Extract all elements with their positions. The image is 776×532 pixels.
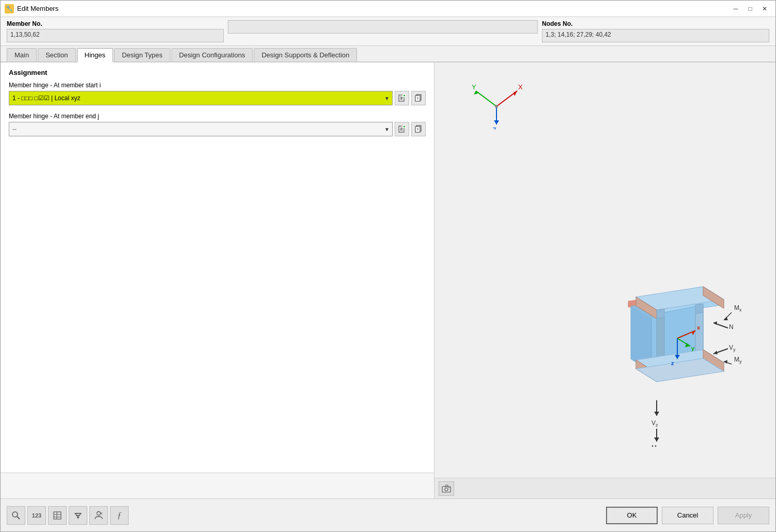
left-panel: Assignment Member hinge - At member star… (1, 62, 434, 498)
assignment-section: Assignment Member hinge - At member star… (1, 62, 434, 473)
nodes-no-input[interactable]: 1,3; 14,16; 27,29; 40,42 (542, 29, 769, 42)
assignment-title: Assignment (9, 69, 426, 76)
svg-marker-26 (514, 91, 517, 96)
person-icon (94, 511, 103, 520)
minimize-icon: ─ (734, 5, 738, 12)
svg-marker-43 (695, 304, 703, 314)
middle-group (228, 20, 538, 42)
svg-point-82 (12, 512, 18, 517)
member-no-label: Member No. (7, 20, 224, 27)
svg-text:N: N (729, 323, 734, 331)
tab-design-supports[interactable]: Design Supports & Deflection (254, 48, 357, 61)
hinge-start-group: Member hinge - At member start i 1 - □□□… (9, 82, 426, 105)
new-icon (398, 94, 406, 102)
svg-marker-76 (654, 437, 659, 442)
svg-marker-61 (713, 321, 717, 325)
window-icon: 🔧 (5, 4, 14, 13)
svg-point-79 (445, 488, 448, 491)
svg-marker-80 (445, 485, 448, 487)
maximize-icon: □ (748, 5, 752, 12)
viz-toolbar (434, 478, 775, 498)
hinge-end-copy-btn[interactable] (411, 122, 426, 136)
svg-text:Vy: Vy (729, 344, 736, 352)
close-icon: ✕ (762, 5, 767, 12)
numbers-btn[interactable]: 123 (27, 506, 46, 525)
new-icon-end (398, 125, 406, 133)
tabs-bar: Main Section Hinges Design Types Design … (1, 46, 775, 62)
member-no-group: Member No. 1,13,50,62 (7, 20, 224, 42)
function-btn[interactable]: ƒ (110, 506, 129, 525)
hinge-end-row: -- ▼ (9, 122, 426, 136)
tab-design-configs[interactable]: Design Configurations (172, 48, 253, 61)
apply-button[interactable]: Apply (718, 507, 769, 524)
filter-btn[interactable] (69, 506, 87, 525)
camera-icon (442, 484, 451, 493)
tab-section[interactable]: Section (38, 48, 75, 61)
header-fields: Member No. 1,13,50,62 Nodes No. 1,3; 14,… (1, 17, 775, 46)
function-icon: ƒ (117, 511, 121, 520)
numbers-icon: 123 (32, 512, 41, 519)
svg-text:Z: Z (492, 126, 496, 130)
hinge-start-row: 1 - □□□ □☑☑ | Local xyz ▼ (9, 91, 426, 105)
hinge-start-label: Member hinge - At member start i (9, 82, 426, 89)
table-btn[interactable] (48, 506, 67, 525)
tab-main[interactable]: Main (7, 48, 37, 61)
viz-camera-btn[interactable] (439, 481, 454, 496)
filter-icon (73, 511, 83, 520)
svg-line-83 (17, 517, 20, 519)
person-btn[interactable] (89, 506, 108, 525)
search-btn[interactable] (7, 506, 25, 525)
hinge-start-select[interactable]: 1 - □□□ □☑☑ | Local xyz (9, 91, 393, 105)
svg-marker-71 (724, 360, 727, 364)
svg-marker-67 (713, 351, 718, 354)
search-icon (11, 511, 21, 520)
svg-point-81 (448, 487, 449, 488)
copy-icon-end (414, 125, 423, 133)
hinge-end-new-btn[interactable] (395, 122, 409, 136)
svg-point-31 (495, 105, 498, 108)
svg-rect-84 (54, 512, 61, 519)
window-title: Edit Members (17, 5, 729, 12)
svg-text:Y: Y (472, 83, 476, 91)
title-bar-controls: ─ □ ✕ (729, 3, 771, 14)
svg-marker-29 (494, 120, 499, 124)
tab-design-types[interactable]: Design Types (114, 48, 170, 61)
hinge-end-label: Member hinge - At member end j (9, 113, 426, 120)
hinge-end-dropdown-wrapper: -- ▼ (9, 122, 393, 136)
visualization: Y X Z (434, 62, 775, 478)
title-bar: 🔧 Edit Members ─ □ ✕ (1, 1, 775, 17)
ok-button[interactable]: OK (606, 507, 658, 524)
svg-text:Mz: Mz (651, 444, 659, 447)
svg-line-22 (476, 91, 496, 106)
svg-text:Mx: Mx (734, 304, 742, 312)
hinge-end-select[interactable]: -- (9, 122, 393, 136)
hinge-start-copy-btn[interactable] (411, 91, 426, 105)
member-no-input[interactable]: 1,13,50,62 (7, 29, 224, 42)
nodes-no-group: Nodes No. 1,3; 14,16; 27,29; 40,42 (542, 20, 769, 42)
tab-hinges[interactable]: Hinges (77, 48, 113, 62)
svg-text:X: X (518, 83, 523, 91)
footer: 123 (1, 498, 775, 531)
nodes-no-label: Nodes No. (542, 20, 769, 27)
hinge-end-group: Member hinge - At member end j -- ▼ (9, 113, 426, 136)
content-area: Assignment Member hinge - At member star… (1, 62, 775, 498)
cancel-button[interactable]: Cancel (662, 507, 713, 524)
svg-text:x: x (697, 324, 701, 331)
svg-marker-42 (657, 309, 664, 319)
main-window: 🔧 Edit Members ─ □ ✕ Member No. 1,13,50,… (0, 0, 776, 532)
close-button[interactable]: ✕ (758, 3, 771, 14)
maximize-button[interactable]: □ (743, 3, 757, 14)
footer-icons: 123 (7, 506, 129, 525)
hinge-start-new-btn[interactable] (395, 91, 409, 105)
footer-buttons: OK Cancel Apply (606, 507, 769, 524)
bottom-info (1, 473, 434, 498)
copy-icon-start (414, 94, 423, 102)
beam-diagram: x y z N (600, 271, 755, 447)
svg-text:My: My (734, 356, 742, 364)
minimize-button[interactable]: ─ (729, 3, 742, 14)
axis-widget: Y X Z (465, 78, 527, 130)
svg-text:z: z (671, 360, 674, 366)
svg-text:y: y (691, 345, 695, 351)
hinge-start-dropdown-wrapper: 1 - □□□ □☑☑ | Local xyz ▼ (9, 91, 393, 105)
svg-point-92 (97, 511, 101, 515)
